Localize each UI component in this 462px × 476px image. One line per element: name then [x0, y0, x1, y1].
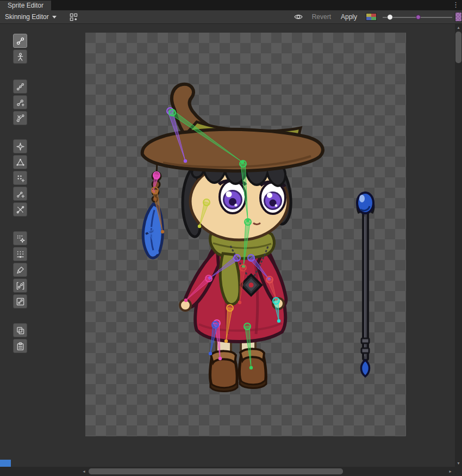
edit-geometry-icon — [16, 158, 25, 167]
toolbar: Skinning Editor Revert Apply — [0, 10, 462, 24]
sprite-editor-window: Sprite Editor ⋮ Skinning Editor Revert A… — [0, 0, 462, 476]
create-bone-icon — [16, 98, 25, 107]
tool-weight-slider[interactable] — [13, 247, 27, 261]
scroll-up-button[interactable]: ▴ — [455, 24, 462, 31]
alpha-pattern-swatch — [455, 12, 462, 22]
bone-joint[interactable] — [203, 199, 210, 206]
split-edge-icon — [16, 205, 25, 214]
tool-weight-brush[interactable] — [13, 263, 27, 277]
bone-tip[interactable] — [198, 225, 201, 228]
bone-joint[interactable] — [227, 305, 233, 311]
tool-create-vertex[interactable] — [13, 171, 27, 185]
bone-opacity-thumb[interactable] — [416, 15, 421, 20]
tab-label: Sprite Editor — [8, 2, 43, 9]
copy-icon — [16, 326, 25, 335]
tool-create-edge[interactable] — [13, 187, 27, 201]
weight-brush-icon — [16, 265, 25, 275]
sprite-frames-icon — [69, 13, 78, 22]
bone-joint[interactable] — [169, 109, 176, 116]
bone-tip[interactable] — [277, 319, 280, 323]
auto-geometry-icon — [16, 142, 25, 151]
bone-tip[interactable] — [218, 357, 222, 360]
horizontal-scroll-thumb[interactable] — [89, 468, 343, 474]
opacity-slider[interactable] — [382, 10, 453, 23]
bone-tip[interactable] — [224, 339, 228, 343]
chevron-down-icon — [52, 16, 57, 18]
bone-joint[interactable] — [234, 255, 240, 261]
bone-joint[interactable] — [248, 255, 254, 261]
tool-auto-weights[interactable] — [13, 231, 27, 245]
create-vertex-icon — [16, 174, 25, 183]
character-sprite[interactable] — [142, 84, 323, 392]
bone-joint[interactable] — [153, 172, 160, 178]
vertical-scroll-thumb[interactable] — [455, 32, 461, 63]
mode-dropdown[interactable]: Skinning Editor — [0, 10, 61, 23]
sprite-canvas[interactable] — [85, 33, 406, 436]
staff-sprite[interactable] — [357, 193, 373, 376]
bone-joint[interactable] — [273, 298, 279, 304]
revert-button[interactable]: Revert — [307, 10, 336, 24]
auto-weights-icon — [16, 234, 25, 243]
bone-joint[interactable] — [245, 219, 251, 225]
scrollbar-corner — [455, 467, 462, 476]
overflow-menu-button[interactable]: ⋮ — [452, 0, 459, 10]
tool-edit-geometry[interactable] — [13, 155, 27, 169]
bone-joint[interactable] — [240, 264, 246, 271]
sprite-opacity-thumb[interactable] — [387, 14, 393, 20]
tool-restore-bind-pose[interactable] — [13, 50, 27, 64]
bone-tip[interactable] — [155, 251, 159, 254]
visibility-button[interactable] — [290, 10, 307, 23]
skinning-editor-main: ▴ ▾ ◂ ▸ — [0, 24, 462, 476]
bone-tip[interactable] — [161, 230, 164, 233]
color-channels-swatch[interactable] — [366, 13, 377, 21]
bone-joint[interactable] — [244, 323, 251, 330]
bone-joint[interactable] — [240, 160, 246, 167]
bone-joint[interactable] — [152, 187, 158, 194]
restore-bind-pose-icon — [16, 52, 25, 61]
tool-bone-influence[interactable] — [13, 279, 27, 293]
tab-sprite-editor[interactable]: Sprite Editor — [0, 1, 51, 11]
bone-joint[interactable] — [205, 275, 212, 282]
split-bone-icon — [16, 114, 25, 123]
preview-pose-icon — [16, 36, 25, 46]
scroll-down-button[interactable]: ▾ — [455, 460, 462, 467]
canvas-art — [85, 33, 406, 436]
tool-create-bone[interactable] — [13, 95, 27, 109]
bone-joint[interactable] — [266, 276, 273, 283]
sprite-influence-icon — [16, 297, 25, 306]
tool-paste[interactable] — [13, 339, 27, 353]
tool-edit-bone[interactable] — [13, 79, 27, 94]
dock-indicator — [0, 460, 11, 467]
mode-dropdown-label: Skinning Editor — [5, 13, 49, 21]
bone-influence-icon — [16, 281, 25, 290]
bone-tip[interactable] — [184, 299, 188, 302]
tool-preview-pose[interactable] — [13, 34, 27, 48]
horizontal-scrollbar[interactable]: ◂ ▸ — [0, 467, 455, 476]
tab-strip: Sprite Editor ⋮ — [0, 0, 462, 10]
bone-joint[interactable] — [148, 227, 154, 234]
tool-auto-geometry[interactable] — [13, 139, 27, 153]
tool-sprite-influence[interactable] — [13, 294, 27, 308]
paste-icon — [16, 342, 25, 351]
bone-tip[interactable] — [249, 366, 253, 369]
eye-icon — [294, 12, 303, 22]
scroll-right-button[interactable]: ▸ — [447, 468, 454, 475]
vertical-scrollbar[interactable]: ▴ ▾ — [455, 24, 462, 467]
bone-joint[interactable] — [212, 322, 218, 328]
bone-tip[interactable] — [184, 159, 187, 163]
scroll-left-button[interactable]: ◂ — [80, 468, 88, 475]
bone-tip[interactable] — [209, 352, 212, 355]
create-edge-icon — [16, 189, 25, 199]
apply-button[interactable]: Apply — [336, 10, 362, 24]
edit-bone-icon — [16, 82, 25, 91]
toolbar-right: Revert Apply — [290, 10, 462, 23]
tool-split-edge[interactable] — [13, 202, 27, 217]
sprite-frames-button[interactable] — [67, 11, 81, 22]
tool-split-bone[interactable] — [13, 111, 27, 125]
bone-tip[interactable] — [238, 301, 241, 304]
weight-slider-icon — [16, 250, 25, 259]
tool-copy[interactable] — [13, 323, 27, 337]
